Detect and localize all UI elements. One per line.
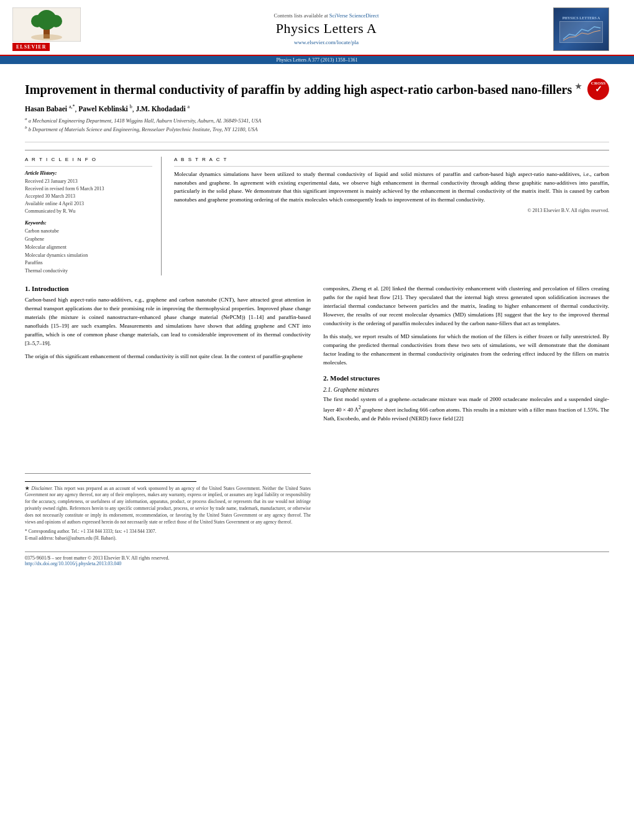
- keyword-5: Paraffins: [25, 259, 152, 267]
- revised-date: Received in revised form 6 March 2013: [25, 185, 152, 193]
- intro-para-2: The origin of this significant enhanceme…: [25, 353, 311, 361]
- footnote-divider: [25, 481, 196, 482]
- article-ref-bar: Physics Letters A 377 (2013) 1358–1361: [0, 56, 634, 64]
- svg-text:✓: ✓: [595, 85, 602, 94]
- accepted-date: Accepted 30 March 2013: [25, 193, 152, 200]
- star-footnote-area: ★ Disclaimer. This report was prepared a…: [25, 473, 311, 542]
- author3: J.M. Khodadadi: [136, 105, 185, 113]
- author2: Pawel Keblinski: [78, 105, 128, 113]
- elsevier-logo: ELSEVIER: [12, 7, 81, 51]
- article-title-section: Improvement in thermal conductivity of p…: [25, 70, 609, 142]
- body-section: 1. Introduction Carbon-based high aspect…: [25, 285, 609, 542]
- keyword-1: Carbon nanotube: [25, 228, 152, 236]
- keyword-3: Molecular alignment: [25, 244, 152, 252]
- abstract-text: Molecular dynamics simulations have been…: [174, 170, 609, 204]
- info-divider: [25, 166, 152, 167]
- right-para-1: composites, Zheng et al. [20] linked the…: [323, 285, 609, 328]
- sciverse-line: Contents lists available at SciVerse Sci…: [274, 12, 379, 19]
- bottom-bar: 0375-9601/$ – see front matter © 2013 El…: [25, 552, 609, 566]
- svg-point-3: [31, 15, 44, 27]
- communicated-by: Communicated by R. Wu: [25, 208, 152, 215]
- affiliation-b: b b Department of Materials Science and …: [25, 125, 609, 134]
- journal-header-center: Contents lists available at SciVerse Sci…: [106, 4, 547, 55]
- svg-text:CROSS: CROSS: [591, 81, 605, 86]
- email-footnote: E-mail address: babaei@auburn.edu (H. Ba…: [25, 535, 311, 542]
- svg-rect-6: [560, 22, 603, 43]
- authors-line: Hasan Babaei a,*, Pawel Keblinski b, J.M…: [25, 104, 609, 113]
- graphene-subheading: 2.1. Graphene mixtures: [323, 387, 609, 393]
- svg-point-4: [50, 15, 62, 27]
- affiliation-a: a a Mechanical Engineering Department, 1…: [25, 116, 609, 125]
- abstract-column: A B S T R A C T Molecular dynamics simul…: [174, 157, 609, 275]
- keyword-6: Thermal conductivity: [25, 267, 152, 275]
- model-heading: 2. Model structures: [323, 374, 609, 382]
- sciverse-link[interactable]: SciVerse ScienceDirect: [329, 12, 379, 19]
- model-para: The first model system of a graphene–oct…: [323, 395, 609, 423]
- article-info-abstract-section: A R T I C L E I N F O Article History: R…: [25, 150, 609, 275]
- article-info-label: A R T I C L E I N F O: [25, 157, 152, 162]
- keywords-label: Keywords:: [25, 220, 152, 226]
- author1: Hasan Babaei: [25, 105, 67, 113]
- intro-para-1: Carbon-based high aspect-ratio nano-addi…: [25, 296, 311, 348]
- article-title: Improvement in thermal conductivity of p…: [25, 81, 582, 98]
- available-date: Available online 4 April 2013: [25, 200, 152, 208]
- journal-cover: PHYSICS LETTERS A: [553, 7, 609, 51]
- journal-title-header: Physics Letters A: [276, 21, 377, 37]
- elsevier-wordmark: ELSEVIER: [12, 43, 50, 51]
- title-star: ★: [575, 82, 582, 91]
- abstract-divider: [174, 166, 609, 167]
- right-para-2: In this study, we report results of MD s…: [323, 333, 609, 367]
- keyword-2: Graphene: [25, 236, 152, 244]
- journal-url[interactable]: www.elsevier.com/locate/pla: [294, 39, 359, 45]
- article-info-column: A R T I C L E I N F O Article History: R…: [25, 157, 162, 275]
- affiliations: a a Mechanical Engineering Department, 1…: [25, 116, 609, 133]
- journal-header: ELSEVIER Contents lists available at Sci…: [0, 0, 634, 56]
- received-date: Received 23 January 2013: [25, 178, 152, 185]
- intro-heading: 1. Introduction: [25, 285, 311, 292]
- svg-point-5: [31, 34, 62, 40]
- article-history-label: Article History:: [25, 170, 152, 176]
- corresponding-footnote: * Corresponding author. Tel.: +1 334 844…: [25, 528, 311, 535]
- copyright-line: © 2013 Elsevier B.V. All rights reserved…: [174, 208, 609, 213]
- keyword-4: Molecular dynamics simulation: [25, 252, 152, 260]
- elsevier-tree-image: [12, 7, 81, 42]
- keywords-section: Keywords: Carbon nanotube Graphene Molec…: [25, 220, 152, 275]
- cover-title: PHYSICS LETTERS A: [563, 16, 600, 20]
- abstract-label: A B S T R A C T: [174, 157, 609, 162]
- journal-cover-area: PHYSICS LETTERS A: [553, 4, 622, 55]
- disclaimer-footnote: ★ Disclaimer. This report was prepared a…: [25, 486, 311, 526]
- cover-graph: [559, 21, 603, 43]
- doi-link[interactable]: http://dx.doi.org/10.1016/j.physleta.201…: [25, 561, 121, 566]
- crossmark-icon: ✓ CROSS: [587, 78, 609, 100]
- main-content: Improvement in thermal conductivity of p…: [0, 64, 634, 573]
- elsevier-logo-area: ELSEVIER: [12, 4, 99, 55]
- body-left-column: 1. Introduction Carbon-based high aspect…: [25, 285, 311, 542]
- crossmark-badge[interactable]: ✓ CROSS: [587, 78, 609, 100]
- body-right-column: composites, Zheng et al. [20] linked the…: [323, 285, 609, 542]
